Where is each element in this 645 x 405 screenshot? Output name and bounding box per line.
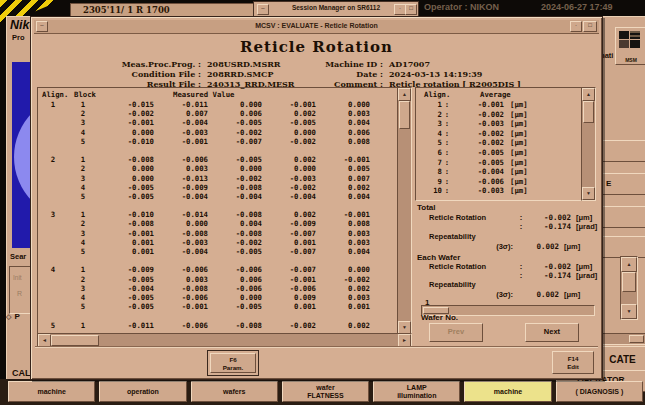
column-header-align: Align. [424,90,450,99]
repeatability-label: Repeatability [417,280,517,289]
table-row [40,146,394,155]
scrollbar-thumb[interactable] [51,335,99,346]
table-row: 3 -0.001 -0.004 -0.005 -0.005 0.004 [40,118,394,127]
tab-label-line1: LAMP [374,384,459,392]
average-row: 6 : -0.005 [μm] [420,148,570,158]
table-row [40,311,394,320]
bottom-tab[interactable]: wafer FLATNESS [282,381,369,402]
bottom-tab[interactable]: LAMP illumination [373,381,460,402]
msm-label: MSM [616,57,645,63]
dialog-title-text: MCSV : EVALUATE - Reticle Rotation [34,22,599,29]
dialog-titlebar[interactable]: ‒ MCSV : EVALUATE - Reticle Rotation · □ [34,20,599,34]
scroll-up-icon[interactable]: ▲ [621,257,637,272]
cal-label-clipped: CAL [12,368,31,378]
right-horizontal-scrollbar[interactable] [600,333,645,345]
table-vertical-scrollbar[interactable]: ▲ ▼ [397,87,412,335]
r-label-clipped: R [17,290,22,297]
average-row: 2 : -0.002 [μm] [420,110,570,120]
date-value: 2024-03-13 14:19:39 [383,69,482,79]
window-maximize-icon[interactable]: □ [405,4,417,15]
right-partial-button-2[interactable]: E [602,173,645,195]
scrollbar-thumb[interactable] [629,335,644,343]
bottom-tab[interactable]: operation [99,381,186,402]
average-row: 5 : -0.002 [μm] [420,138,570,148]
sigma-label: (3σ): [417,290,513,299]
average-rows: 1 : -0.001 [μm] 2 : -0.002 [μm] 3 [420,100,570,196]
um-unit: [μm] [559,242,580,251]
table-row [40,201,394,210]
scrollbar-thumb[interactable] [583,101,594,123]
column-header-average: Average [480,90,511,99]
screen: 2305'11/ 1 R 1700 ‒ Session Manager on S… [0,0,645,405]
bottom-tab[interactable]: machine [8,381,95,402]
right-partial-button-4[interactable] [602,236,645,258]
scroll-up-icon[interactable]: ▲ [582,88,595,101]
average-row: 4 : -0.002 [μm] [420,129,570,139]
each-rotation-urad: -0.174 [525,271,571,280]
average-row: 9 : -0.006 [μm] [420,177,570,187]
scroll-up-icon[interactable]: ▲ [398,88,411,101]
table-row: 3 1 -0.010 -0.014 -0.008 0.002 -0.001 [40,210,394,219]
param-button[interactable]: F6 Param. [210,353,256,373]
tab-label-line2: FLATNESS [283,392,368,400]
scrollbar-thumb[interactable] [622,272,636,292]
reticle-rotation-dialog: ‒ MCSV : EVALUATE - Reticle Rotation · □… [30,16,603,380]
condition-file-label: Condition File : [51,69,201,79]
reticle-rotation-label: Reticle Rotation [417,262,517,271]
tab-label-line1: ( DIAGNOSIS ) [557,388,642,396]
sigma-label: (3σ): [417,242,513,251]
column-header-align: Align. [42,90,68,99]
session-manager-window: ‒ Session Manager on SR6112 · □ [253,1,419,17]
column-header-block: Block [74,90,96,99]
footer-separator [35,346,598,348]
bottom-tab[interactable]: ( DIAGNOSIS ) [556,381,643,402]
prev-button[interactable]: Prev [429,323,483,342]
next-button[interactable]: Next [525,323,579,342]
each-rotation-um: -0.002 [525,262,571,271]
p-label-clipped: P [14,312,19,321]
um-unit: [μm] [571,213,592,222]
scroll-down-icon[interactable]: ▼ [582,187,595,200]
machine-id-label: Machine ID : [311,59,383,69]
edit-button[interactable]: F14 Edit [552,351,594,374]
msm-button[interactable]: MSM [615,27,645,65]
tab-label-line1: machine [9,388,94,396]
e-label-clipped: E [606,179,611,188]
average-row: 8 : -0.004 [μm] [420,167,570,177]
bottom-tab[interactable]: wafers [191,381,278,402]
measured-value-table: Align. Block Measured Value 1 1 -0.015 -… [37,87,399,335]
table-row [40,256,394,265]
table-row: 3 -0.001 -0.008 -0.008 -0.007 0.003 [40,229,394,238]
table-rows: 1 1 -0.015 -0.011 0.000 -0.001 0.000 2 -… [40,100,394,330]
table-row: 3 0.000 -0.013 -0.002 -0.003 0.007 [40,174,394,183]
p-toggle-item[interactable]: ◇ P [6,312,20,321]
scrollbar-thumb[interactable] [399,101,410,129]
machine-id-value: AD17007 [383,59,430,69]
process-label-clipped: Pro [12,33,25,42]
tab-label-line1: machine [465,388,550,396]
bottom-tab[interactable]: machine [464,381,551,402]
scroll-down-icon[interactable]: ▼ [621,304,637,319]
reticle-rotation-label: Reticle Rotation [417,213,517,222]
right-partial-button-3[interactable] [602,206,645,228]
tab-label-line1: wafers [192,388,277,396]
table-row: 5 0.001 -0.004 -0.005 -0.007 0.004 [40,247,394,256]
table-row: 2 -0.002 0.007 0.006 0.002 0.003 [40,109,394,118]
table-row: 5 -0.010 -0.001 -0.007 -0.002 0.008 [40,137,394,146]
column-header-measured: Measured Value [173,90,235,99]
total-rotation-urad: -0.174 [525,222,571,231]
bottom-tabs: machine operation wafers wafer FLATNESS … [8,381,643,402]
um-unit: [μm] [559,290,580,299]
right-partial-button-1[interactable] [602,140,645,162]
table-row: 5 -0.005 -0.001 -0.005 0.001 0.001 [40,302,394,311]
average-vertical-scrollbar[interactable]: ▲ ▼ [581,87,596,201]
msm-grid-icon [619,31,641,49]
tab-label-line1: operation [100,388,185,396]
diamond-icon: ◇ [6,313,11,321]
window-shrink-icon[interactable]: · [570,21,582,32]
window-maximize-icon[interactable]: □ [583,21,597,32]
average-row: 1 : -0.001 [μm] [420,100,570,110]
right-vertical-scrollbar[interactable]: ▲ ▼ [620,256,638,320]
table-row: 3 -0.004 -0.008 -0.006 -0.006 0.002 [40,284,394,293]
table-row: 4 0.001 -0.003 -0.002 0.001 0.003 [40,238,394,247]
